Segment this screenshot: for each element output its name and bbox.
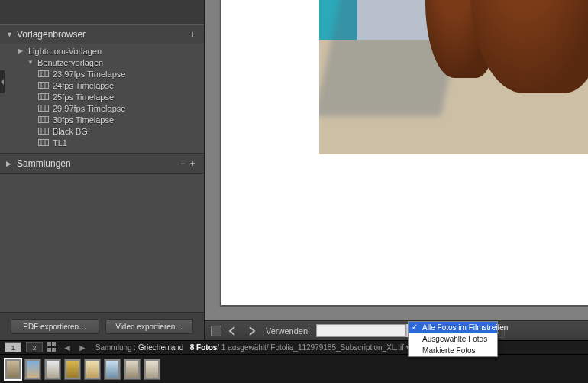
nav-prev-icon[interactable]: ◄ [62,342,73,353]
breadcrumb[interactable]: Sammlung : Griechenland 8 Fotos/ 1 ausge… [95,343,410,352]
use-dropdown-menu: Alle Fotos im Filmstreifen Ausgewählte F… [408,321,498,357]
panel-collections: ▶ Sammlungen − + [0,154,204,174]
template-label: TL1 [53,138,67,148]
template-label: 30fps Timelapse [53,115,114,125]
dropdown-option[interactable]: Markierte Fotos [409,345,497,356]
photo-preview [319,0,588,154]
template-icon [38,128,49,135]
window-2-button[interactable]: 2 [26,342,43,352]
template-icon [38,105,49,112]
page-preview [220,0,588,307]
prev-arrow-button[interactable] [226,324,240,338]
grid-view-icon[interactable] [47,342,57,352]
panel-title: Vorlagenbrowser [17,29,188,40]
template-item[interactable]: 25fps Timelapse [0,91,204,102]
filmstrip-thumb[interactable] [5,359,21,380]
svg-rect-12 [39,117,49,123]
template-icon [38,82,49,89]
template-label: 24fps Timelapse [53,81,114,90]
panel-templates: ▼ Vorlagenbrowser + ▶ Lightroom-Vorlagen… [0,24,204,154]
svg-rect-9 [39,105,49,112]
svg-rect-0 [39,71,49,77]
template-label: 29.97fps Timelapse [53,104,125,113]
template-item[interactable]: Black BG [0,125,204,137]
svg-rect-3 [39,83,49,89]
use-dropdown[interactable] [316,324,406,337]
chevron-down-icon: ▼ [6,31,14,38]
svg-rect-18 [39,140,49,146]
left-panel-top-spacer [0,0,204,24]
nav-next-icon[interactable]: ► [77,342,88,353]
panel-header-collections[interactable]: ▶ Sammlungen − + [0,154,204,173]
add-template-button[interactable]: + [188,29,198,40]
template-tree: ▶ Lightroom-Vorlagen ▼ Benutzervorlagen … [0,44,204,153]
svg-rect-15 [39,128,49,135]
chevron-right-icon: ▶ [6,160,14,167]
folder-lightroom-templates[interactable]: ▶ Lightroom-Vorlagen [0,45,204,57]
dropdown-option[interactable]: Ausgewählte Fotos [409,333,497,345]
filmstrip-thumb[interactable] [44,359,61,380]
svg-rect-6 [39,94,49,100]
filmstrip-thumb[interactable] [104,359,121,380]
template-item[interactable]: 23.97fps Timelapse [0,68,204,80]
canvas-area: Verwenden: Alle Fotos im Filmstreifen Au… [205,0,588,340]
photo-count: 8 Fotos [190,343,218,352]
add-collection-button[interactable]: + [188,158,198,169]
template-item[interactable]: 29.97fps Timelapse [0,102,204,114]
stop-square-button[interactable] [211,326,221,336]
breadcrumb-prefix: Sammlung : [95,343,138,352]
template-icon [38,70,49,77]
export-pdf-button[interactable]: PDF exportieren… [11,319,99,334]
template-item[interactable]: TL1 [0,137,204,148]
template-item[interactable]: 24fps Timelapse [0,80,204,91]
filmstrip-thumb[interactable] [144,359,160,380]
next-arrow-button[interactable] [244,324,258,338]
folder-user-templates[interactable]: ▼ Benutzervorlagen [0,57,204,68]
template-label: 25fps Timelapse [53,93,114,102]
chevron-right-icon: ▶ [18,47,26,54]
export-buttons: PDF exportieren… Video exportieren… [0,312,204,340]
export-video-button[interactable]: Video exportieren… [105,319,194,334]
template-icon [38,139,49,146]
window-1-button[interactable]: 1 [5,342,21,352]
chevron-down-icon: ▼ [27,59,35,66]
template-item[interactable]: 30fps Timelapse [0,114,204,125]
dropdown-option[interactable]: Alle Fotos im Filmstreifen [409,322,497,333]
selection-info: / 1 ausgewählt/ Fotolia_112979185_Subscr… [217,343,404,352]
filmstrip-thumb[interactable] [64,359,81,380]
template-label: 23.97fps Timelapse [53,70,125,79]
use-label: Verwenden: [266,326,310,336]
folder-label: Benutzervorlagen [37,58,103,67]
template-label: Black BG [53,127,88,136]
panel-title: Sammlungen [17,158,178,169]
filmstrip-thumb[interactable] [124,359,141,380]
template-icon [38,116,49,123]
filmstrip [0,354,588,383]
collection-name: Griechenland [138,343,183,352]
folder-label: Lightroom-Vorlagen [28,47,102,56]
remove-collection-button[interactable]: − [178,158,188,169]
left-panel: ▼ Vorlagenbrowser + ▶ Lightroom-Vorlagen… [0,0,205,340]
panel-header-templates[interactable]: ▼ Vorlagenbrowser + [0,25,204,44]
filmstrip-thumb[interactable] [84,359,101,380]
canvas-toolbar: Verwenden: Alle Fotos im Filmstreifen Au… [205,320,588,340]
filmstrip-thumb[interactable] [24,359,41,380]
preview-canvas[interactable] [205,0,588,320]
info-bar: 1 2 ◄ ► Sammlung : Griechenland 8 Fotos/… [0,340,588,354]
template-icon [38,93,49,100]
left-edge-handle[interactable] [0,70,5,93]
